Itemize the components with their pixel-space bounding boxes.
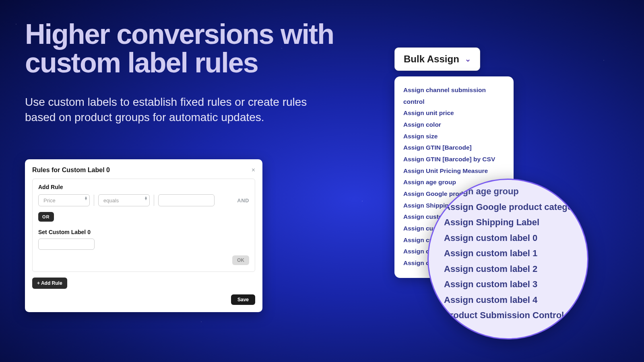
- bulk-assign-button[interactable]: Bulk Assign ⌄: [394, 47, 480, 71]
- rule-operator-value: equals: [103, 197, 119, 204]
- divider: [154, 195, 154, 206]
- add-rule-button[interactable]: + Add Rule: [32, 278, 67, 289]
- zoom-item: Product Submission Control: [444, 308, 587, 323]
- and-label: AND: [237, 197, 249, 204]
- zoom-item: Assign custom label 1: [444, 246, 587, 261]
- zoom-item: Assign custom label 3: [444, 277, 587, 292]
- rule-operator-select[interactable]: equals ▴▾: [98, 194, 150, 206]
- close-icon[interactable]: ×: [252, 167, 255, 174]
- rule-field-select[interactable]: Price ▴▾: [38, 194, 90, 206]
- zoom-item: Assign custom label 0: [444, 230, 587, 246]
- zoom-item: Assign custom label 4: [444, 292, 587, 308]
- menu-item[interactable]: Assign unit price: [403, 107, 505, 119]
- stepper-arrows-icon: ▴▾: [145, 196, 147, 200]
- rule-value-input[interactable]: [158, 194, 215, 206]
- page-headline: Higher conversions with custom label rul…: [25, 20, 387, 78]
- zoom-item: Assign Google product category: [444, 200, 587, 215]
- ok-button[interactable]: OK: [232, 255, 249, 265]
- custom-label-input[interactable]: [38, 239, 95, 250]
- menu-item[interactable]: Assign channel submission control: [403, 84, 505, 107]
- rule-field-value: Price: [43, 197, 56, 204]
- rules-panel: Rules for Custom Label 0 × Add Rule Pric…: [25, 159, 262, 312]
- stepper-arrows-icon: ▴▾: [85, 196, 87, 200]
- page-subheadline: Use custom labels to establish fixed rul…: [25, 95, 315, 125]
- menu-item[interactable]: Assign Unit Pricing Measure: [403, 165, 505, 177]
- divider: [94, 195, 94, 206]
- zoom-item: Assign Shipping Label: [444, 215, 587, 230]
- menu-item[interactable]: Assign color: [403, 119, 505, 131]
- bulk-assign-label: Bulk Assign: [404, 53, 459, 65]
- or-button[interactable]: OR: [38, 212, 54, 222]
- add-rule-section: Add Rule Price ▴▾ equals ▴▾ AND OR Set C…: [32, 179, 255, 272]
- magnifier-lens: Assign age group Assign Google product c…: [427, 179, 588, 339]
- chevron-down-icon: ⌄: [465, 55, 471, 64]
- save-button[interactable]: Save: [231, 294, 255, 305]
- menu-item[interactable]: Assign GTIN [Barcode] by CSV: [403, 154, 505, 165]
- set-label-heading: Set Custom Label 0: [38, 229, 249, 235]
- zoom-item: Assign custom label 2: [444, 261, 587, 277]
- menu-item[interactable]: Assign size: [403, 131, 505, 142]
- panel-title: Rules for Custom Label 0: [32, 167, 110, 174]
- menu-item[interactable]: Assign GTIN [Barcode]: [403, 142, 505, 154]
- add-rule-heading: Add Rule: [38, 184, 249, 190]
